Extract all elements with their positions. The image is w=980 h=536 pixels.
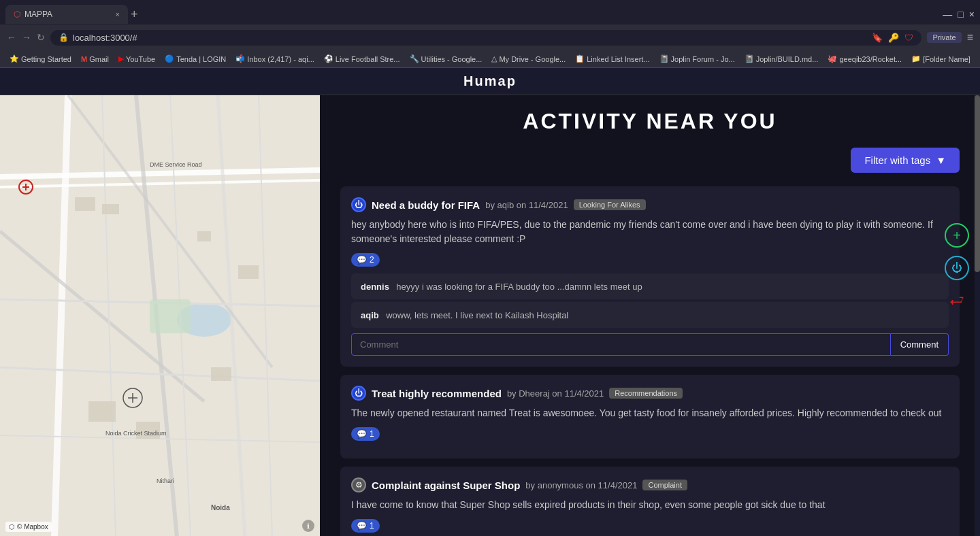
bookmark-inbox[interactable]: 📬 Inbox (2,417) - aqi... [231, 54, 318, 64]
gmail-icon: M [81, 55, 87, 63]
power-button[interactable]: ⏻ [945, 256, 969, 280]
new-tab-button[interactable]: + [131, 8, 138, 20]
bookmark-education[interactable]: 🎓 Education [976, 54, 980, 64]
bookmark-utilities[interactable]: 🔧 Utilities - Google... [406, 54, 487, 64]
comment-1-2-author: aqib [361, 310, 379, 320]
svg-rect-16 [75, 197, 95, 211]
post-1-meta: by aqib on 11/4/2021 [485, 200, 568, 210]
svg-text:Nithari: Nithari [157, 478, 174, 484]
svg-rect-17 [102, 204, 119, 214]
bookmark-joplin-build[interactable]: 📓 Joplin/BUILD.md... [740, 54, 823, 64]
svg-text:DME Service Road: DME Service Road [150, 161, 202, 168]
bookmark-label: Inbox (2,417) - aqi... [247, 55, 314, 63]
comment-count-number: 2 [370, 255, 374, 265]
post-1-tag: Looking For Alikes [574, 199, 646, 210]
joplin-build-icon: 📓 [745, 54, 754, 63]
bookmark-label: Live Football Stre... [336, 55, 400, 63]
app-header: Humap [0, 68, 980, 95]
url-text: localhost:3000/# [73, 33, 868, 43]
post-3-comment-count[interactable]: 💬 1 [351, 519, 380, 533]
post-card-2: ⏻ Treat highly recommended by Dheeraj on… [340, 375, 960, 458]
forward-button[interactable]: → [22, 32, 31, 43]
filter-dropdown-icon: ▼ [936, 154, 946, 166]
tab-favicon: ⬡ [14, 10, 20, 19]
folder-icon: 📁 [911, 54, 921, 63]
bookmark-folder[interactable]: 📁 [Folder Name] [907, 54, 975, 64]
app-title: Humap [463, 73, 517, 88]
maximize-button[interactable]: □ [958, 9, 963, 20]
scrollbar-thumb[interactable] [975, 95, 980, 272]
bookmark-tenda[interactable]: 🔵 Tenda | LOGIN [161, 54, 230, 64]
geeqib-icon: 🐙 [828, 54, 837, 63]
address-icons: 🔖 🔑 🛡 [872, 33, 913, 43]
bookmark-football[interactable]: ⚽ Live Football Stre... [320, 54, 404, 64]
bookmark-label: Getting Started [21, 55, 71, 63]
svg-rect-20 [88, 401, 116, 422]
map-info-button[interactable]: ℹ [302, 520, 314, 532]
bookmark-getting-started[interactable]: ⭐ Getting Started [5, 54, 76, 64]
mapbox-text: © Mapbox [17, 523, 48, 531]
post-1-comment-submit[interactable]: Comment [891, 333, 949, 356]
menu-button[interactable]: ≡ [967, 31, 973, 44]
logout-button[interactable]: ⮐ [945, 288, 969, 313]
post-1-comment-input-row: Comment [351, 333, 949, 356]
active-tab[interactable]: ⬡ MAPPA × [5, 5, 128, 24]
shield-icon: 🛡 [904, 33, 913, 43]
tab-close-button[interactable]: × [116, 10, 120, 18]
map-pane: DME Service Road Noida Cricket Stadium N… [0, 95, 320, 536]
bookmark-joplin-forum[interactable]: 📓 Joplin Forum - Jo... [655, 54, 739, 64]
comment-1-2-text: woww, lets meet. I live next to Kailash … [386, 310, 568, 320]
post-2-icon: ⏻ [351, 386, 366, 401]
app-body: DME Service Road Noida Cricket Stadium N… [0, 95, 980, 536]
post-2-icon-symbol: ⏻ [355, 388, 363, 398]
bookmark-icon-getting-started: ⭐ [10, 54, 19, 63]
svg-rect-22 [211, 367, 231, 381]
bookmark-icon[interactable]: 🔖 [872, 33, 883, 43]
filter-button[interactable]: Filter with tags ▼ [851, 148, 960, 173]
utilities-icon: 🔧 [410, 54, 419, 63]
post-2-header: ⏻ Treat highly recommended by Dheeraj on… [351, 386, 949, 401]
logout-icon: ⮐ [949, 292, 964, 309]
plus-icon: + [953, 228, 961, 244]
bookmark-linkedlist[interactable]: 📋 Linked List Insert... [571, 54, 653, 64]
scrollbar-track [975, 95, 980, 536]
bookmark-label: Tenda | LOGIN [176, 55, 226, 63]
youtube-icon: ▶ [118, 54, 124, 63]
post-3-meta: by anonymous on 11/4/2021 [525, 480, 637, 490]
comment-bubble-icon-2: 💬 [357, 429, 367, 439]
filter-row: Filter with tags ▼ [340, 148, 960, 173]
post-3-tag: Complaint [642, 480, 687, 490]
post-3-comment-count-number: 1 [370, 521, 374, 531]
add-post-button[interactable]: + [945, 223, 969, 248]
post-1-comment-input[interactable] [351, 333, 891, 356]
post-1-icon: ⏻ [351, 197, 366, 212]
post-2-comment-count[interactable]: 💬 1 [351, 427, 380, 441]
bookmark-label: YouTube [126, 55, 155, 63]
bookmark-geeqib[interactable]: 🐙 geeqib23/Rocket... [823, 54, 906, 64]
post-1-icon-symbol: ⏻ [355, 200, 363, 210]
bookmark-label: Linked List Insert... [587, 55, 649, 63]
bookmark-label: geeqib23/Rocket... [839, 55, 902, 63]
svg-text:Noida Cricket Stadium: Noida Cricket Stadium [105, 430, 167, 437]
drive-icon: △ [491, 54, 497, 63]
bookmark-drive[interactable]: △ My Drive - Google... [487, 54, 570, 64]
comment-1-2: aqib woww, lets meet. I live next to Kai… [351, 302, 949, 328]
back-button[interactable]: ← [7, 32, 16, 43]
post-1-header: ⏻ Need a buddy for FIFA by aqib on 11/4/… [351, 197, 949, 212]
post-2-body: The newly opened restaurant named Treat … [351, 406, 949, 420]
inbox-icon: 📬 [235, 54, 245, 63]
address-bar[interactable]: 🔒 localhost:3000/# 🔖 🔑 🛡 [50, 30, 921, 46]
post-1-comment-count[interactable]: 💬 2 [351, 253, 380, 267]
football-icon: ⚽ [324, 54, 333, 63]
bookmark-gmail[interactable]: M Gmail [77, 54, 113, 64]
close-button[interactable]: × [969, 9, 975, 20]
map-background: DME Service Road Noida Cricket Stadium N… [0, 95, 320, 536]
post-3-icon: ⚙ [351, 478, 366, 492]
key-icon: 🔑 [888, 33, 899, 43]
reload-button[interactable]: ↻ [37, 32, 45, 43]
bookmark-youtube[interactable]: ▶ YouTube [114, 54, 159, 64]
private-badge: Private [927, 32, 961, 43]
minimize-button[interactable]: — [943, 9, 952, 20]
linkedlist-icon: 📋 [575, 54, 585, 63]
mapbox-attribution: ⬡ © Mapbox [5, 522, 52, 532]
